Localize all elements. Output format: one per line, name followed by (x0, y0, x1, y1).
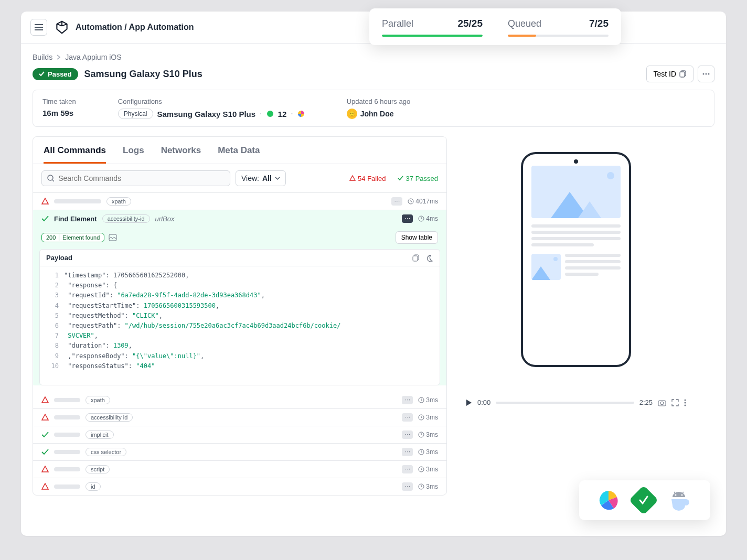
queued-fill (508, 35, 536, 37)
build-breadcrumb: Builds Java Appium iOS (33, 53, 714, 61)
tab-metadata[interactable]: Meta Data (218, 145, 260, 164)
svg-point-25 (681, 494, 683, 496)
check-icon (39, 71, 45, 77)
build-name: Java Appium iOS (65, 53, 121, 61)
svg-point-24 (675, 494, 677, 496)
row-menu[interactable]: ··· (402, 214, 413, 223)
play-icon[interactable] (466, 399, 472, 406)
tab-logs[interactable]: Logs (123, 145, 144, 164)
video-player[interactable]: 0:00 2:25 (466, 399, 686, 406)
tab-all-commands[interactable]: All Commands (44, 145, 106, 164)
tab-networks[interactable]: Networks (161, 145, 201, 164)
check-icon (41, 432, 49, 438)
more-vert-icon[interactable] (684, 399, 686, 406)
android-icon (266, 110, 274, 117)
camera-icon[interactable] (658, 399, 666, 406)
builds-link[interactable]: Builds (33, 53, 52, 61)
svg-point-5 (267, 111, 273, 117)
fullscreen-icon[interactable] (671, 399, 679, 406)
physical-chip: Physical (118, 109, 153, 119)
tabs: All Commands Logs Networks Meta Data (33, 137, 446, 164)
command-row[interactable]: css selector··· 3ms (33, 444, 446, 461)
clock-icon (418, 216, 424, 222)
pinwheel-icon (297, 110, 305, 117)
search-input[interactable] (58, 174, 225, 182)
menu-button[interactable] (30, 19, 47, 36)
warn-icon (41, 483, 49, 490)
stat-parallel: Parallel25/25 (382, 18, 483, 37)
breadcrumb: Automation / App Automation (76, 23, 194, 32)
svg-point-21 (685, 399, 686, 401)
command-row[interactable]: xpath··· 3ms (33, 392, 446, 409)
failed-count: 54 Failed (349, 175, 386, 182)
clock-icon (418, 483, 424, 490)
more-button[interactable] (698, 66, 714, 82)
seek-bar[interactable] (496, 402, 634, 404)
image-icon[interactable] (109, 234, 117, 241)
command-row[interactable]: implicit··· 3ms (33, 426, 446, 444)
clock-icon (418, 449, 424, 455)
command-row[interactable]: script··· 3ms (33, 461, 446, 478)
moon-icon[interactable] (426, 254, 433, 262)
search-icon (47, 175, 54, 182)
stat-queued: Queued7/25 (508, 18, 609, 37)
payload-code: 1"timestamp": 1705665601625252000, 2 "re… (40, 266, 440, 385)
framework-badges (579, 480, 710, 520)
test-id-button[interactable]: Test ID (646, 66, 693, 82)
clock-icon (408, 198, 414, 204)
page-title: Samsung Galaxy S10 Plus (84, 69, 202, 80)
parallel-fill (382, 35, 483, 37)
user-name: John Doe (360, 110, 394, 118)
svg-point-20 (660, 402, 664, 405)
command-row[interactable]: accessibility id··· 3ms (33, 409, 446, 426)
stats-card: Parallel25/25 Queued7/25 (369, 8, 621, 45)
command-row[interactable]: id··· 3ms (33, 478, 446, 495)
clock-icon (418, 397, 424, 403)
copy-icon (679, 70, 687, 78)
dots-icon (702, 73, 710, 75)
commands-panel: All Commands Logs Networks Meta Data Vie… (33, 136, 447, 496)
status-pill: 200Element found (41, 233, 104, 242)
view-filter[interactable]: View: All (236, 170, 286, 186)
warn-icon (41, 466, 49, 473)
svg-rect-10 (109, 234, 116, 241)
row-menu[interactable]: ··· (391, 197, 402, 206)
app-window: Automation / App Automation Parallel25/2… (21, 12, 726, 536)
cucumber-icon (629, 486, 659, 515)
check-icon (41, 449, 49, 455)
svg-point-3 (706, 73, 707, 75)
command-row[interactable]: xpath ··· 4017ms (33, 193, 446, 210)
logo-icon (55, 20, 69, 35)
command-row-expanded: Find Element accessibility-id urlBox ···… (33, 210, 446, 385)
status-badge: Passed (33, 68, 78, 80)
android-cup-icon (668, 490, 691, 511)
warn-icon (41, 396, 49, 404)
copy-icon[interactable] (412, 254, 420, 262)
clock-icon (418, 432, 424, 438)
svg-point-22 (685, 402, 686, 403)
warn-icon (349, 175, 356, 181)
show-table-button[interactable]: Show table (396, 231, 438, 244)
hamburger-icon (35, 24, 43, 30)
pinwheel-icon (598, 490, 619, 511)
clock-icon (418, 414, 424, 421)
chevron-down-icon (275, 176, 280, 180)
payload-panel: Payload 1"timestamp": 170566560162525200… (39, 249, 440, 385)
svg-rect-1 (680, 72, 685, 77)
clock-icon (418, 466, 424, 472)
warn-icon (41, 414, 49, 421)
chevron-right-icon (57, 55, 61, 60)
svg-point-23 (685, 404, 686, 406)
svg-rect-12 (413, 256, 418, 261)
search-input-wrap[interactable] (41, 170, 230, 186)
info-card: Time taken 16m 59s Configurations Physic… (33, 90, 714, 127)
avatar: 🙂 (347, 109, 357, 119)
check-icon (398, 176, 404, 181)
warn-icon (41, 198, 49, 205)
passed-count: 37 Passed (398, 175, 438, 182)
svg-point-4 (708, 73, 710, 75)
device-preview (521, 152, 631, 367)
check-icon (41, 216, 49, 222)
svg-point-7 (48, 175, 53, 180)
svg-point-2 (703, 73, 705, 75)
